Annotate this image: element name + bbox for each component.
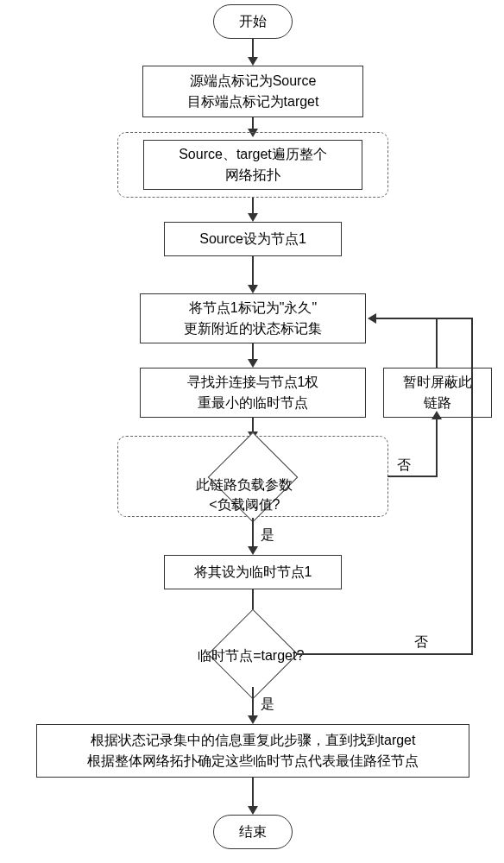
decision-target: 临时节点=target? [208, 609, 299, 700]
arrow-icon [432, 411, 442, 419]
decision-label: 临时节点=target? [173, 646, 329, 665]
step-set-node1: Source设为节点1 [164, 222, 342, 256]
step-mark-permanent: 将节点1标记为"永久" 更新附近的状态标记集 [140, 293, 366, 343]
edge [252, 343, 254, 361]
step-label: 源端点标记为Source 目标端点标记为target [187, 71, 319, 112]
edge-label-yes-2: 是 [259, 696, 276, 714]
arrow-icon [248, 359, 258, 368]
edge [252, 518, 254, 548]
step-label: 寻找并连接与节点1权 重最小的临时节点 [187, 372, 319, 413]
terminal-start-label: 开始 [239, 11, 267, 32]
edge-label-no: 否 [395, 457, 413, 475]
step-set-temp-node: 将其设为临时节点1 [164, 555, 342, 589]
terminal-start: 开始 [213, 4, 293, 39]
step-traverse: Source、target遍历整个 网络拓扑 [143, 140, 362, 190]
step-mark-source: 源端点标记为Source 目标端点标记为target [142, 66, 363, 117]
edge [252, 778, 254, 808]
edge [471, 318, 473, 655]
step-label: 将其设为临时节点1 [194, 562, 312, 583]
edge [375, 318, 473, 319]
arrow-icon [248, 546, 258, 555]
edge [296, 653, 473, 655]
edge [436, 318, 438, 368]
edge [252, 256, 254, 287]
terminal-end: 结束 [213, 815, 293, 849]
edge-label-yes: 是 [259, 526, 276, 545]
edge [387, 476, 437, 477]
edge [436, 418, 438, 477]
arrow-icon [248, 57, 258, 66]
edge [252, 687, 254, 717]
step-label: 根据状态记录集中的信息重复此步骤，直到找到target 根据整体网络拓扑确定这些… [87, 730, 419, 772]
terminal-end-label: 结束 [239, 822, 267, 842]
arrow-icon [248, 285, 258, 293]
edge [252, 198, 254, 215]
step-label: Source设为节点1 [199, 229, 306, 249]
decision-label: 此链路负载参数 <负载阈值? [167, 457, 322, 514]
step-label: 将节点1标记为"永久" 更新附近的状态标记集 [184, 298, 322, 339]
edge-label-no-2: 否 [413, 633, 430, 652]
arrow-icon [248, 806, 258, 815]
arrow-icon [248, 715, 258, 724]
step-label: 暂时屏蔽此 链路 [403, 372, 472, 413]
edge [252, 39, 254, 59]
step-find-connect: 寻找并连接与节点1权 重最小的临时节点 [140, 368, 366, 418]
step-final: 根据状态记录集中的信息重复此步骤，直到找到target 根据整体网络拓扑确定这些… [36, 724, 469, 778]
arrow-icon [248, 213, 258, 222]
step-label: Source、target遍历整个 网络拓扑 [179, 144, 327, 186]
